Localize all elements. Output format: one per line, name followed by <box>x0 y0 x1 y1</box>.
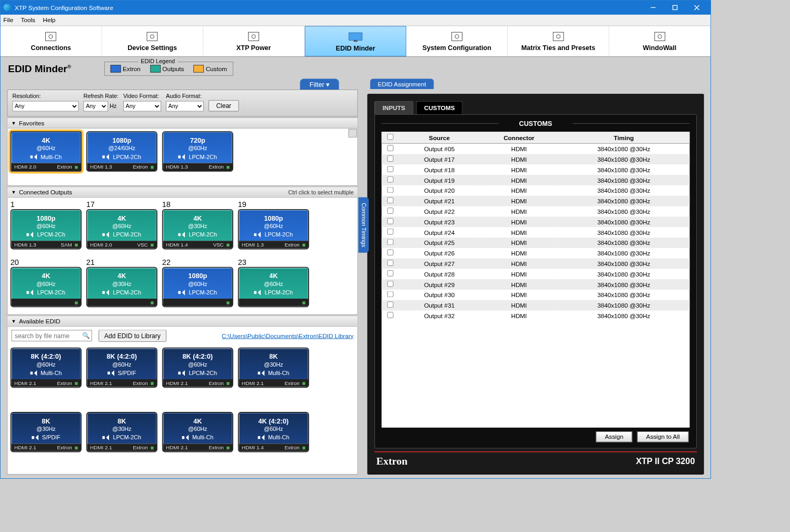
table-row[interactable]: Output #31HDMI3840x1080 @30Hz <box>382 300 690 311</box>
video-select[interactable]: Any <box>123 101 161 112</box>
row-checkbox[interactable] <box>387 145 393 151</box>
minimize-button[interactable] <box>643 1 664 15</box>
available-edid-header[interactable]: Available EDID <box>7 316 357 327</box>
card-source: VSC <box>137 242 153 248</box>
row-checkbox[interactable] <box>387 260 393 266</box>
table-row[interactable]: Output #30HDMI3840x1080 @30Hz <box>382 290 690 300</box>
table-row[interactable]: Output #28HDMI3840x1080 @30Hz <box>382 269 690 279</box>
audio-select[interactable]: Any <box>166 101 204 112</box>
maximize-button[interactable] <box>664 1 686 15</box>
row-checkbox[interactable] <box>387 208 393 214</box>
speaker-icon <box>179 232 186 238</box>
add-edid-button[interactable]: Add EDID to Library <box>98 330 166 342</box>
edid-card[interactable]: 4K@60HzLPCM-2Ch <box>11 267 82 308</box>
edid-card[interactable]: 8K (4:2:0)@60HzS/PDIFHDMI 2.1Extron <box>86 348 157 388</box>
legend-swatch <box>150 65 161 72</box>
toolbar-device-settings[interactable]: Device Settings <box>102 26 203 57</box>
resolution-select[interactable]: Any <box>12 101 78 112</box>
table-row[interactable]: Output #17HDMI3840x1080 @30Hz <box>382 154 690 165</box>
edid-card[interactable]: 1080p@60HzLPCM-2ChHDMI 1.3SAM <box>11 209 82 250</box>
edid-assignment-tab[interactable]: EDID Assignment <box>370 78 433 89</box>
edid-card[interactable]: 4K@60HzLPCM-2Ch <box>238 267 309 308</box>
edid-card[interactable]: 1080p@60HzLPCM-2Ch <box>162 267 233 308</box>
row-checkbox[interactable] <box>387 176 393 183</box>
assign-all-button[interactable]: Assign to All <box>637 431 689 442</box>
table-row[interactable]: Output #19HDMI3840x1080 @30Hz <box>382 175 690 185</box>
menu-file[interactable]: File <box>3 17 13 24</box>
card-port: HDMI 2.1 <box>14 445 36 450</box>
edid-library-path[interactable]: C:\Users\Public\Documents\Extron\EDID Li… <box>222 332 353 339</box>
favorites-header[interactable]: Favorites <box>7 118 357 129</box>
toolbar-windowall[interactable]: WindoWall <box>609 26 710 57</box>
card-resolution: 4K <box>165 417 230 425</box>
table-row[interactable]: Output #22HDMI3840x1080 @30Hz <box>382 206 690 217</box>
assign-button[interactable]: Assign <box>596 431 632 442</box>
edid-card[interactable]: 4K (4:2:0)@60HzMulti-ChHDMI 1.4Extron <box>238 412 309 452</box>
toolbar-edid-minder[interactable]: EDID Minder <box>304 26 406 57</box>
row-checkbox[interactable] <box>387 281 393 287</box>
menu-tools[interactable]: Tools <box>21 17 35 24</box>
table-row[interactable]: Output #05HDMI3840x1080 @30Hz <box>382 143 690 154</box>
cell-source: Output #23 <box>399 216 480 227</box>
edid-card[interactable]: 8K (4:2:0)@60HzMulti-ChHDMI 2.1Extron <box>11 348 82 388</box>
toolbar-connections[interactable]: Connections <box>1 26 102 57</box>
toolbar-matrix-ties-and-presets[interactable]: Matrix Ties and Presets <box>508 26 609 57</box>
close-button[interactable] <box>686 1 707 15</box>
table-row[interactable]: Output #32HDMI3840x1080 @30Hz <box>382 311 690 321</box>
edid-card[interactable]: 8K@30HzS/PDIFHDMI 2.1Extron <box>11 412 82 452</box>
card-audio: Multi-Ch <box>268 434 289 441</box>
toolbar-system-configuration[interactable]: System Configuration <box>407 26 508 57</box>
customs-tab[interactable]: CUSTOMS <box>416 101 463 114</box>
row-checkbox[interactable] <box>387 249 393 255</box>
common-timings-tab[interactable]: Common Timings <box>358 197 369 253</box>
row-checkbox[interactable] <box>387 197 393 203</box>
edid-card[interactable]: 1080p@60HzLPCM-2ChHDMI 1.3Extron <box>238 209 309 250</box>
table-row[interactable]: Output #23HDMI3840x1080 @30Hz <box>382 216 690 227</box>
inputs-tab[interactable]: INPUTS <box>374 101 413 114</box>
edid-card[interactable]: 4K@30HzLPCM-2ChHDMI 1.4VSC <box>162 209 233 250</box>
edid-card[interactable]: 4K@60HzMulti-ChHDMI 2.0Extron <box>11 131 82 172</box>
table-row[interactable]: Output #27HDMI3840x1080 @30Hz <box>382 259 690 269</box>
row-checkbox[interactable] <box>387 187 393 193</box>
row-checkbox[interactable] <box>387 301 393 308</box>
edid-card[interactable]: 720p@60HzLPCM-2ChHDMI 1.3Extron <box>162 131 233 172</box>
table-row[interactable]: Output #25HDMI3840x1080 @30Hz <box>382 238 690 248</box>
refresh-label: Refresh Rate: <box>83 93 118 100</box>
edid-card[interactable]: 8K (4:2:0)@60HzLPCM-2ChHDMI 2.1Extron <box>162 348 233 388</box>
row-checkbox[interactable] <box>387 291 393 298</box>
edid-card[interactable]: 8K@30HzMulti-ChHDMI 2.1Extron <box>238 348 309 388</box>
table-row[interactable]: Output #20HDMI3840x1080 @30Hz <box>382 185 690 196</box>
edid-card[interactable]: 4K@60HzMulti-ChHDMI 2.1Extron <box>162 412 233 452</box>
edid-card[interactable]: 1080p@24/60HzLPCM-2ChHDMI 1.3Extron <box>86 131 157 172</box>
table-row[interactable]: Output #29HDMI3840x1080 @30Hz <box>382 279 690 290</box>
output-badge: 19 <box>238 201 246 209</box>
card-source: Extron <box>57 380 77 386</box>
menu-help[interactable]: Help <box>43 17 55 24</box>
filter-tab[interactable]: Filter ▾ <box>300 78 339 90</box>
row-checkbox[interactable] <box>387 312 393 318</box>
select-all-checkbox[interactable] <box>387 134 393 140</box>
row-checkbox[interactable] <box>387 155 393 162</box>
clear-button[interactable]: Clear <box>209 100 239 112</box>
legend-item-outputs: Outputs <box>150 65 184 72</box>
cell-timing: 3840x1080 @30Hz <box>558 279 689 290</box>
cell-connector: HDMI <box>480 227 558 238</box>
table-row[interactable]: Output #26HDMI3840x1080 @30Hz <box>382 248 690 259</box>
row-checkbox[interactable] <box>387 270 393 277</box>
row-checkbox[interactable] <box>387 239 393 245</box>
table-row[interactable]: Output #21HDMI3840x1080 @30Hz <box>382 196 690 206</box>
toolbar-xtp-power[interactable]: XTP Power <box>203 26 304 57</box>
output-badge: 23 <box>238 259 246 267</box>
table-row[interactable]: Output #18HDMI3840x1080 @30Hz <box>382 164 690 175</box>
edid-card[interactable]: 4K@60HzLPCM-2ChHDMI 2.0VSC <box>86 209 157 250</box>
refresh-select[interactable]: Any <box>83 101 108 112</box>
table-row[interactable]: Output #24HDMI3840x1080 @30Hz <box>382 227 690 238</box>
card-rate: @30Hz <box>90 426 154 432</box>
connected-outputs-header[interactable]: Connected OutputsCtrl click to select mu… <box>7 188 357 198</box>
row-checkbox[interactable] <box>387 166 393 172</box>
search-input[interactable] <box>12 330 92 341</box>
row-checkbox[interactable] <box>387 229 393 235</box>
edid-card[interactable]: 8K@30HzLPCM-2ChHDMI 2.1Extron <box>86 412 157 452</box>
edid-card[interactable]: 4K@30HzLPCM-2Ch <box>86 267 157 308</box>
row-checkbox[interactable] <box>387 218 393 224</box>
